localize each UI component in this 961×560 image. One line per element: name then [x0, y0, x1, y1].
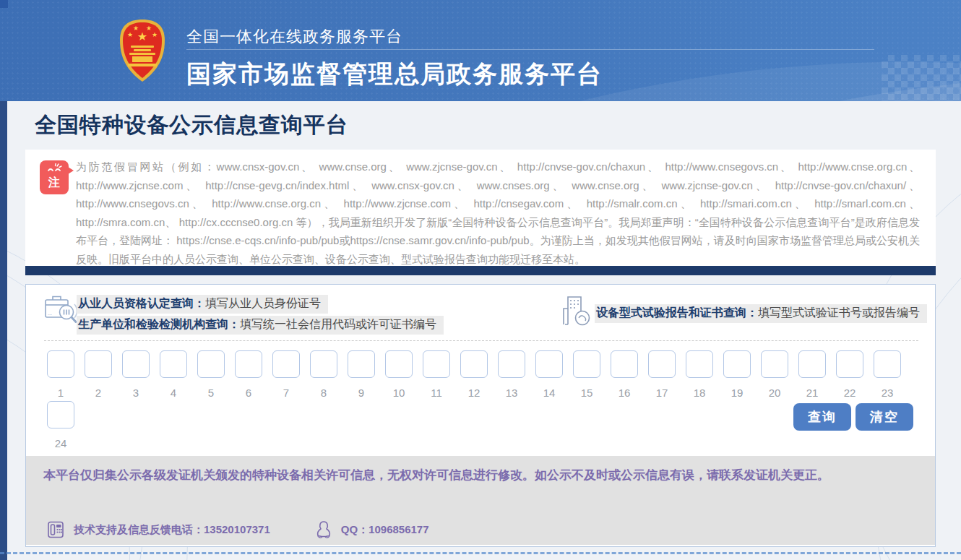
- code-cell-input-7[interactable]: [272, 350, 300, 378]
- code-cell-input-23[interactable]: [874, 350, 901, 378]
- phone-label: 技术支持及信息反馈电话：: [74, 523, 204, 535]
- code-cell-number: 10: [393, 387, 405, 399]
- code-cell: 22: [836, 350, 863, 399]
- code-cell: 12: [460, 350, 488, 399]
- code-cell-input-13[interactable]: [498, 350, 525, 378]
- panel-footer: 本平台仅归集公示各级发证机关颁发的特种设备相关许可信息，无权对许可信息进行修改。…: [26, 456, 935, 545]
- code-cell-number: 1: [58, 387, 64, 399]
- phone-number: 13520107371: [204, 523, 270, 535]
- code-cell: 9: [348, 350, 375, 399]
- dashed-separator: [44, 340, 918, 341]
- code-cell-input-18[interactable]: [686, 350, 713, 378]
- code-cell-input-3[interactable]: [122, 350, 150, 378]
- qq-contact: QQ：1096856177: [315, 520, 429, 540]
- code-cell-input-17[interactable]: [648, 350, 676, 378]
- site-title: 国家市场监督管理总局政务服务平台: [186, 58, 603, 91]
- query-hints-section: ... 从业人员资格认定查询：填写从业人员身份证号 生产单位和检验检测机构查询：…: [26, 285, 935, 340]
- code-cell-input-9[interactable]: [348, 350, 375, 378]
- query-panel: ... 从业人员资格认定查询：填写从业人员身份证号 生产单位和检验检测机构查询：…: [25, 284, 936, 547]
- code-cell-number: 7: [283, 387, 289, 399]
- site-header: ★ ★ ★ ★ ★ 全国一体化在线政务服务平台 国家市场监督管理总局政务服务平台: [0, 0, 961, 101]
- code-cell-input-11[interactable]: [423, 350, 450, 378]
- left-accent-stripe: [0, 101, 7, 560]
- code-cell-input-12[interactable]: [460, 350, 488, 378]
- code-cell-number: 24: [55, 437, 67, 449]
- notice-badge-icon: 注: [40, 160, 69, 194]
- code-cell-number: 2: [95, 387, 101, 399]
- national-emblem-logo: ★ ★ ★ ★ ★: [118, 19, 167, 82]
- header-divider: [186, 49, 874, 50]
- code-cell-input-10[interactable]: [385, 350, 413, 378]
- code-cell-number: 3: [133, 387, 139, 399]
- code-cell: 20: [761, 350, 788, 399]
- code-cell-input-19[interactable]: [723, 350, 751, 378]
- code-cell-number: 4: [171, 387, 176, 399]
- code-cell-number: 13: [506, 387, 518, 399]
- svg-text:...: ...: [48, 311, 52, 316]
- code-cell-input-2[interactable]: [85, 350, 112, 378]
- code-cell: 2: [85, 350, 112, 399]
- svg-text:★: ★: [152, 31, 158, 38]
- code-cell: 11: [423, 350, 450, 399]
- hint-unit-query-label: 生产单位和检验检测机构查询：: [78, 318, 240, 330]
- alert-face-icon: [46, 163, 62, 173]
- page-title: 全国特种设备公示信息查询平台: [35, 111, 348, 140]
- code-cell-number: 21: [806, 387, 819, 399]
- hint-unit-query-value: 填写统一社会信用代码或许可证书编号: [240, 318, 436, 330]
- svg-text:★: ★: [133, 25, 139, 32]
- code-cell-number: 12: [468, 387, 480, 399]
- anti-fake-notice: 注 为防范假冒网站（例如：www.cnsx-gov.cn、 www.cnse.o…: [25, 150, 936, 266]
- code-cell-number: 22: [844, 387, 856, 399]
- code-cell-number: 15: [581, 387, 593, 399]
- platform-subtitle: 全国一体化在线政务服务平台: [186, 26, 402, 48]
- code-cell: 1: [47, 350, 74, 399]
- code-cell: 23: [874, 350, 901, 399]
- hint-person-query-label: 从业人员资格认定查询：: [78, 297, 205, 309]
- hint-person-query: 从业人员资格认定查询：填写从业人员身份证号: [77, 295, 328, 314]
- search-button[interactable]: 查询: [793, 403, 851, 431]
- code-cell-input-4[interactable]: [160, 350, 187, 378]
- code-cell-number: 8: [321, 387, 327, 399]
- svg-text:★: ★: [146, 25, 152, 32]
- code-cell-input-22[interactable]: [836, 350, 863, 378]
- corner-decoration: [0, 0, 8, 8]
- code-cell-number: 9: [358, 387, 364, 399]
- package-search-icon: ...: [44, 293, 79, 325]
- code-cell-number: 11: [431, 387, 442, 399]
- code-cell-input-21[interactable]: [798, 350, 826, 378]
- code-cell-number: 17: [656, 387, 668, 399]
- contact-row: 技术支持及信息反馈电话：13520107371 QQ：1096856177: [46, 520, 429, 540]
- code-cell: 19: [723, 350, 751, 399]
- code-cell-input-1[interactable]: [47, 350, 74, 378]
- code-cell-input-15[interactable]: [573, 350, 600, 378]
- code-cell: 8: [310, 350, 337, 399]
- code-cell-number: 20: [769, 387, 781, 399]
- code-cell-input-16[interactable]: [611, 350, 638, 378]
- phone-contact: 技术支持及信息反馈电话：13520107371: [46, 520, 270, 539]
- code-cell-number: 14: [543, 387, 556, 399]
- code-cell-input-8[interactable]: [310, 350, 337, 378]
- building-certificate-icon: [561, 294, 592, 327]
- code-cell-input-24[interactable]: [47, 401, 74, 428]
- qq-number: 1096856177: [369, 523, 428, 535]
- notice-badge-label: 注: [40, 176, 69, 189]
- code-cell-input-6[interactable]: [235, 350, 262, 378]
- code-cell-input-20[interactable]: [761, 350, 788, 378]
- code-cell: 15: [573, 350, 600, 399]
- clear-button[interactable]: 清空: [856, 403, 913, 431]
- code-cell: 4: [160, 350, 187, 399]
- disclaimer-text: 本平台仅归集公示各级发证机关颁发的特种设备相关许可信息，无权对许可信息进行修改。…: [43, 465, 907, 486]
- code-cell: 6: [235, 350, 262, 399]
- fax-phone-icon: [46, 520, 65, 539]
- code-cell: 5: [197, 350, 225, 399]
- hint-person-query-value: 填写从业人员身份证号: [205, 297, 321, 309]
- qq-text: QQ：1096856177: [341, 523, 429, 537]
- code-cell-number: 5: [208, 387, 214, 399]
- code-cell-input-14[interactable]: [535, 350, 563, 378]
- code-cell-number: 23: [882, 387, 894, 399]
- code-cell: 13: [498, 350, 525, 399]
- hint-type-test-query-label: 设备型式试验报告和证书查询：: [596, 306, 758, 319]
- divider-bar: [25, 266, 936, 275]
- code-cell-input-5[interactable]: [197, 350, 225, 378]
- svg-text:★: ★: [137, 30, 147, 43]
